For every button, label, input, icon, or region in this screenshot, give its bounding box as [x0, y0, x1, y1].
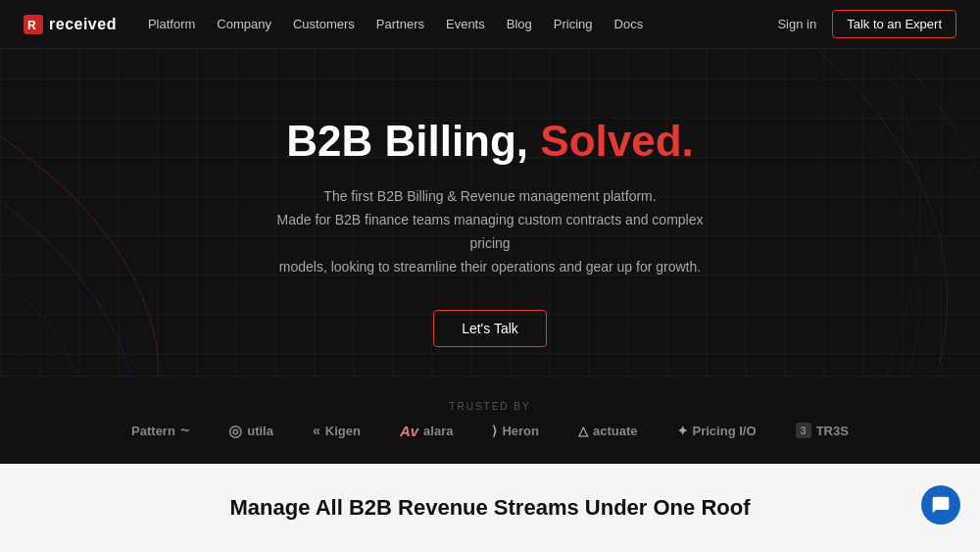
logo-pricing-io: ✦ Pricing I/O	[677, 424, 757, 438]
svg-text:R: R	[27, 19, 36, 32]
logo-link[interactable]: R received	[24, 15, 117, 34]
nav-link-partners[interactable]: Partners	[376, 17, 424, 31]
trusted-label: TRUSTED BY	[449, 401, 530, 412]
hero-title-accent: Solved.	[540, 117, 694, 165]
bottom-title: Manage All B2B Revenue Streams Under One…	[230, 495, 751, 521]
logo-tr3s: 3 TR3S	[796, 423, 849, 438]
trusted-logos: Pattern ~ ◎ utila « Kigen Avalara ⟩ Hero…	[131, 422, 849, 440]
logo-icon: R	[24, 15, 43, 34]
trusted-by-bar: TRUSTED BY Pattern ~ ◎ utila « Kigen Ava…	[0, 376, 980, 464]
nav-link-company[interactable]: Company	[217, 17, 271, 31]
nav-link-customers[interactable]: Customers	[293, 17, 355, 31]
talk-expert-button[interactable]: Talk to an Expert	[832, 10, 956, 38]
hero-subtitle: The first B2B Billing & Revenue manageme…	[255, 185, 725, 278]
logo-utila: ◎ utila	[228, 422, 273, 440]
logo-pattern: Pattern ~	[131, 422, 189, 439]
nav-link-platform[interactable]: Platform	[148, 17, 195, 31]
nav-link-pricing[interactable]: Pricing	[554, 17, 593, 31]
logo-avalara: Avalara	[400, 423, 454, 439]
hero-title: B2B Billing, Solved.	[255, 117, 725, 167]
hero-content: B2B Billing, Solved. The first B2B Billi…	[255, 117, 725, 348]
bottom-section: Manage All B2B Revenue Streams Under One…	[0, 464, 980, 552]
nav-link-blog[interactable]: Blog	[507, 17, 532, 31]
nav-link-docs[interactable]: Docs	[614, 17, 644, 31]
signin-link[interactable]: Sign in	[777, 17, 816, 31]
logo-text: received	[49, 16, 117, 33]
hero-title-main: B2B Billing,	[286, 117, 540, 165]
nav-link-events[interactable]: Events	[446, 17, 485, 31]
logo-kigen: « Kigen	[313, 423, 361, 438]
navbar: R received PlatformCompanyCustomersPartn…	[0, 0, 980, 49]
logo-heron: ⟩ Heron	[492, 424, 539, 438]
nav-links: PlatformCompanyCustomersPartnersEventsBl…	[148, 17, 777, 31]
chat-button[interactable]	[921, 485, 960, 525]
logo-actuate: △ actuate	[578, 424, 638, 438]
nav-right: Sign in Talk to an Expert	[777, 10, 956, 38]
chat-icon	[931, 495, 951, 515]
hero-cta-button[interactable]: Let's Talk	[433, 310, 547, 347]
